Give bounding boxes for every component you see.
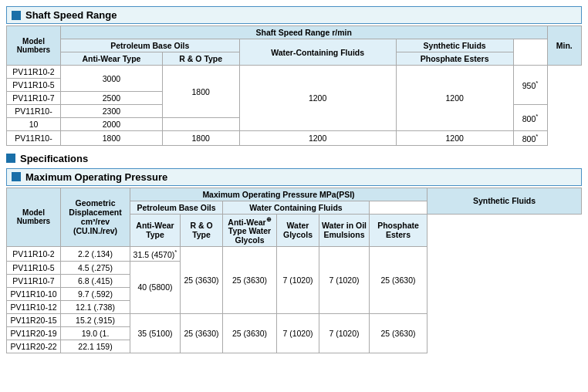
model-cell: PV11R10-10	[7, 287, 61, 300]
mp-synthetic-header: Synthetic Fluids	[427, 188, 582, 214]
ro-cell: 25 (3630)	[181, 313, 223, 353]
phosphate-cell: 1200	[396, 66, 513, 131]
geom-cell: 9.7 (.592)	[61, 287, 130, 300]
antiwear-header: Anti-Wear Type	[61, 52, 163, 66]
geom-cell: 6.8 (.415)	[61, 274, 130, 287]
min-header: Min.	[547, 26, 581, 66]
mp-water-glycols-header: WaterGlycols	[277, 214, 319, 247]
model-cell: PV11R20-19	[7, 326, 61, 340]
model-cell: PV11R10-2	[7, 247, 61, 262]
shaft-speed-range-header: Shaft Speed Range r/min	[61, 26, 548, 39]
model-cell: PV11R10-	[7, 105, 61, 118]
antiwear-cell: 31.5 (4570)*	[130, 247, 181, 262]
specs-blue-square-icon	[6, 154, 15, 163]
table-row: PV11R20-15 15.2 (.915) 35 (5100) 25 (363…	[7, 313, 582, 326]
antiwear-cell: 35 (5100)	[130, 313, 181, 353]
geom-cell: 12.1 (.738)	[61, 300, 130, 313]
mp-model-header: ModelNumbers	[7, 188, 61, 247]
max-pressure-title: Maximum Operating Pressure	[25, 171, 167, 183]
model-cell: PV11R10-7	[7, 92, 61, 105]
model-cell: PV11R10-7	[7, 274, 61, 287]
blue-square-icon	[12, 11, 21, 20]
antiwear-cell: 40 (5800)	[130, 261, 181, 313]
antiwear-cell: 2500	[61, 92, 163, 105]
table-row: PV11R10-2 2.2 (.134) 31.5 (4570)* 25 (36…	[7, 247, 582, 262]
min-cell: 950*	[513, 66, 547, 105]
geom-cell: 19.0 (1.	[61, 326, 130, 340]
ro-cell: 25 (3630)	[181, 247, 223, 314]
geom-cell: 15.2 (.915)	[61, 313, 130, 326]
model-cell: PV11R10-	[7, 131, 61, 146]
max-pressure-table: ModelNumbers GeometricDisplacementcm³/re…	[6, 188, 582, 353]
model-cell: PV11R10-5	[7, 261, 61, 274]
mp-phosphate-header: Phosphate Esters	[370, 214, 427, 247]
water-g-cell: 7 (1020)	[277, 247, 319, 314]
shaft-speed-header: Shaft Speed Range	[6, 6, 582, 24]
petroleum-base-oils-header: Petroleum Base Oils	[61, 39, 240, 52]
ro-header: R & O Type	[162, 52, 239, 66]
mp-ro-type-header: R & OType	[181, 214, 223, 247]
geom-cell: 2.2 (.134)	[61, 247, 130, 262]
table-row: PV11R10- 1800 1800 1200 1200 800*	[7, 131, 582, 146]
water-o-cell: 7 (1020)	[319, 313, 370, 353]
table-row: PV11R10-2 3000 1800 1200 1200 950*	[7, 66, 582, 79]
geom-cell: 22.1 159)	[61, 340, 130, 353]
max-pressure-square-icon	[12, 172, 21, 181]
water-g-cell: 7 (1020)	[277, 313, 319, 353]
mp-water-oil-header: Water in OilEmulsions	[319, 214, 370, 247]
phosphate-cell: 25 (3630)	[370, 313, 427, 353]
mp-water-containing-header: Water Containing Fluids	[223, 201, 370, 214]
geom-cell: 4.5 (.275)	[61, 261, 130, 274]
model-numbers-header: ModelNumbers	[7, 26, 61, 66]
phosphate-cell: 1200	[396, 131, 513, 146]
phosphate-header: Phosphate Esters	[396, 52, 513, 66]
shaft-speed-title: Shaft Speed Range	[25, 9, 117, 21]
mp-petroleum-header: Petroleum Base Oils	[130, 201, 223, 214]
min-cell: 800*	[513, 105, 547, 131]
model-cell: PV11R20-15	[7, 313, 61, 326]
anti-water-cell: 25 (3630)	[223, 313, 277, 353]
model-cell: 10	[7, 118, 61, 131]
model-cell: PV11R20-22	[7, 340, 61, 353]
water-cell: 1200	[239, 131, 396, 146]
mp-antiwear-type-header: Anti-WearType	[130, 214, 181, 247]
synthetic-fluids-header: Synthetic Fluids	[396, 39, 513, 52]
model-cell: PV11R10-12	[7, 300, 61, 313]
geom-header: GeometricDisplacementcm³/rev (CU.IN./rev…	[61, 188, 130, 247]
water-cell: 1200	[239, 66, 396, 131]
specifications-title: Specifications	[20, 153, 88, 164]
mp-antiwear-water-header: Anti-Wear⊕Type WaterGlycols	[223, 214, 277, 247]
anti-water-cell: 25 (3630)	[223, 247, 277, 314]
ro-cell: 1800	[162, 66, 239, 118]
water-containing-header: Water-Containing Fluids	[239, 39, 396, 66]
shaft-speed-table: ModelNumbers Shaft Speed Range r/min Min…	[6, 25, 582, 146]
water-o-cell: 7 (1020)	[319, 247, 370, 314]
model-cell: PV11R10-2	[7, 66, 61, 79]
mp-main-header: Maximum Operating Pressure MPa(PSI)	[130, 188, 427, 201]
model-cell: PV11R10-5	[7, 79, 61, 92]
ro-cell: 1800	[162, 131, 239, 146]
specifications-header: Specifications	[6, 150, 582, 167]
max-pressure-header: Maximum Operating Pressure	[6, 168, 582, 186]
antiwear-cell: 2000	[61, 118, 163, 131]
antiwear-cell: 1800	[61, 131, 163, 146]
min-cell: 800*	[513, 131, 547, 146]
antiwear-cell: 3000	[61, 66, 163, 92]
antiwear-cell: 2300	[61, 105, 163, 118]
phosphate-cell: 25 (3630)	[370, 247, 427, 314]
